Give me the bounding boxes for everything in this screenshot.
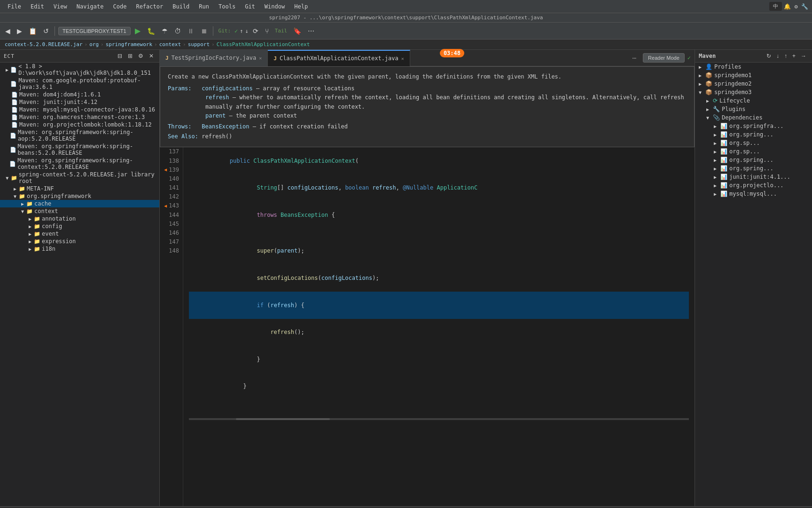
tree-item-6[interactable]: 📄 Maven: org.projectlombok:lombok:1.18.1… xyxy=(0,121,159,128)
tree-item-10[interactable]: ▼ 📁 spring-context-5.2.0.RELEASE.jar lib… xyxy=(0,171,159,185)
tree-item-17[interactable]: ▶ 📁 event xyxy=(0,230,159,238)
maven-download-btn[interactable]: ↓ xyxy=(774,52,781,60)
tree-item-2[interactable]: 📄 Maven: dom4j:dom4j:1.6.1 xyxy=(0,91,159,98)
tree-item-4[interactable]: 📄 Maven: mysql:mysql-connector-java:8.0.… xyxy=(0,106,159,113)
maven-dep-7[interactable]: ▶ 📊 org.projectlo... xyxy=(695,181,812,190)
tree-icon-8: 📄 xyxy=(10,147,16,153)
maven-dep-8[interactable]: ▶ 📊 mysql:mysql... xyxy=(695,190,812,198)
git-push-icon[interactable]: ↑ xyxy=(240,28,243,34)
maven-profiles[interactable]: ▶ 👤 Profiles xyxy=(695,63,812,71)
refresh-button[interactable]: ↺ xyxy=(41,26,51,36)
bc-item-3[interactable]: context xyxy=(159,41,181,48)
bc-item-5[interactable]: ClassPathXmlApplicationContext xyxy=(217,41,310,48)
sidebar-close[interactable]: ✕ xyxy=(147,52,156,60)
scrollbar-thumb[interactable] xyxy=(236,418,330,420)
maven-add-btn[interactable]: + xyxy=(790,52,797,60)
editor-area: J TestSpringIocFactory.java ✕ J ClassPat… xyxy=(160,50,695,506)
tree-container: ▶ 📄 < 1.8 > D:\work\soft\java\jdk\jdk8\j… xyxy=(0,63,159,253)
maven-dep-5[interactable]: ▶ 📊 org.spring... xyxy=(695,164,812,173)
menu-item-navigate[interactable]: Navigate xyxy=(73,2,108,11)
tree-item-14[interactable]: ▼ 📁 context xyxy=(0,207,159,215)
maven-arrow-springdemo3: ▼ xyxy=(699,90,705,95)
fold-marker-143[interactable]: ◀ xyxy=(164,202,167,210)
bc-item-2[interactable]: springframework xyxy=(106,41,152,48)
maven-dep-3[interactable]: ▶ 📊 org.sp... xyxy=(695,147,812,156)
tree-item-18[interactable]: ▶ 📁 expression xyxy=(0,238,159,245)
debug-button[interactable]: 🐛 xyxy=(145,26,157,36)
maven-link-btn[interactable]: → xyxy=(799,52,808,60)
tree-item-9[interactable]: 📄 Maven: org.springframework:spring-cont… xyxy=(0,157,159,171)
horizontal-scrollbar[interactable] xyxy=(189,418,689,420)
tab-more-button[interactable]: ⋯ xyxy=(629,54,640,62)
maven-upload-btn[interactable]: ↑ xyxy=(782,52,789,60)
maven-toolbar-icons: ↻ ↓ ↑ + → xyxy=(765,52,808,60)
maven-dep-1[interactable]: ▶ 📊 org.spring... xyxy=(695,130,812,139)
coverage-button[interactable]: ☂ xyxy=(159,26,170,36)
tree-item-5[interactable]: 📄 Maven: org.hamcrest:hamcrest-core:1.3 xyxy=(0,113,159,121)
tree-item-16[interactable]: ▶ 📁 config xyxy=(0,222,159,230)
git-branch-button[interactable]: ⑂ xyxy=(263,26,271,36)
menu-item-run[interactable]: Run xyxy=(195,2,213,11)
tree-item-19[interactable]: ▶ 📁 i18n xyxy=(0,245,159,253)
recent-files-button[interactable]: 📋 xyxy=(26,26,39,36)
maven-dependencies[interactable]: ▼ 📎 Dependencies xyxy=(695,113,812,122)
maven-plugins[interactable]: ▶ 🔧 Plugins xyxy=(695,105,812,113)
sidebar-collapse-all[interactable]: ⊟ xyxy=(116,52,124,60)
maven-dep-6[interactable]: ▶ 📊 junit:junit:4.1... xyxy=(695,173,812,181)
run-config-selector[interactable]: TESTCGLIBPROXY.TEST1 xyxy=(58,27,131,35)
maven-refresh-btn[interactable]: ↻ xyxy=(765,52,773,60)
tree-icon-5: 📄 xyxy=(11,114,18,120)
menu-item-build[interactable]: Build xyxy=(169,2,193,11)
tree-item-13[interactable]: ▶ 📁 cache xyxy=(0,200,159,207)
git-pull-icon[interactable]: ↓ xyxy=(245,28,248,34)
profile-button[interactable]: ⏱ xyxy=(172,26,183,36)
tab-close-0[interactable]: ✕ xyxy=(259,56,262,61)
maven-springdemo2[interactable]: ▶ 📦 springdemo2 xyxy=(695,79,812,88)
more-button[interactable]: ⋯ xyxy=(305,26,317,36)
menu-item-git[interactable]: Git xyxy=(241,2,259,11)
maven-dep-0[interactable]: ▶ 📊 org.springfra... xyxy=(695,122,812,130)
code-content[interactable]: public ClassPathXmlApplicationContext( S… xyxy=(183,147,695,506)
sidebar-expand-all[interactable]: ⊞ xyxy=(126,52,134,60)
bc-item-4[interactable]: support xyxy=(188,41,210,48)
tab-close-1[interactable]: ✕ xyxy=(401,56,404,61)
tree-item-15[interactable]: ▶ 📁 annotation xyxy=(0,215,159,222)
bookmark-button[interactable]: 🔖 xyxy=(291,26,304,36)
code-line-142: setConfigLocations(configLocations); xyxy=(189,265,689,292)
bc-item-1[interactable]: org xyxy=(89,41,99,48)
bc-item-0[interactable]: context-5.2.0.RELEASE.jar xyxy=(5,41,83,48)
input-method-icon[interactable]: 中 xyxy=(769,2,782,11)
tree-item-7[interactable]: 📄 Maven: org.springframework:spring-aop:… xyxy=(0,128,159,143)
sidebar-settings[interactable]: ⚙ xyxy=(136,52,145,60)
fold-marker-139[interactable]: ◀ xyxy=(164,166,167,174)
menu-item-refactor[interactable]: Refactor xyxy=(132,2,167,11)
menu-item-tools[interactable]: Tools xyxy=(215,2,239,11)
maven-springdemo1[interactable]: ▶ 📦 springdemo1 xyxy=(695,71,812,79)
maven-dep-4[interactable]: ▶ 📊 org.spring... xyxy=(695,156,812,164)
run-button[interactable]: ▶ xyxy=(133,25,143,37)
tree-item-12[interactable]: ▼ 📁 org.springframework xyxy=(0,192,159,200)
pause-button[interactable]: ⏸ xyxy=(185,26,196,36)
tab-classpathxml[interactable]: J ClassPathXmlApplicationContext.java ✕ xyxy=(268,50,410,66)
tree-label-6: Maven: org.projectlombok:lombok:1.18.12 xyxy=(19,121,152,128)
menu-item-file[interactable]: File xyxy=(4,2,25,11)
tree-item-11[interactable]: ▶ 📁 META-INF xyxy=(0,185,159,192)
menu-item-window[interactable]: Window xyxy=(261,2,289,11)
menu-item-edit[interactable]: Edit xyxy=(27,2,48,11)
maven-dep-2[interactable]: ▶ 📊 org.sp... xyxy=(695,139,812,147)
tab-testspring[interactable]: J TestSpringIocFactory.java ✕ xyxy=(160,50,268,66)
maven-springdemo3[interactable]: ▼ 📦 springdemo3 xyxy=(695,88,812,96)
tree-item-0[interactable]: ▶ 📄 < 1.8 > D:\work\soft\java\jdk\jdk8\j… xyxy=(0,63,159,77)
stop-button[interactable]: ⏹ xyxy=(198,26,210,36)
maven-lifecycle[interactable]: ▶ ⟳ Lifecycle xyxy=(695,96,812,105)
tree-item-1[interactable]: 📄 Maven: com.google.protobuf:protobuf-ja… xyxy=(0,77,159,91)
menu-item-view[interactable]: View xyxy=(50,2,71,11)
menu-item-code[interactable]: Code xyxy=(109,2,131,11)
menu-item-help[interactable]: Help xyxy=(290,2,312,11)
tree-item-8[interactable]: 📄 Maven: org.springframework:spring-bean… xyxy=(0,143,159,157)
reader-mode-button[interactable]: Reader Mode xyxy=(643,53,685,63)
back-button[interactable]: ◀ xyxy=(3,26,13,36)
tree-item-3[interactable]: 📄 Maven: junit:junit:4.12 xyxy=(0,98,159,106)
git-history-button[interactable]: ⟳ xyxy=(250,26,261,36)
forward-button[interactable]: ▶ xyxy=(15,26,24,36)
